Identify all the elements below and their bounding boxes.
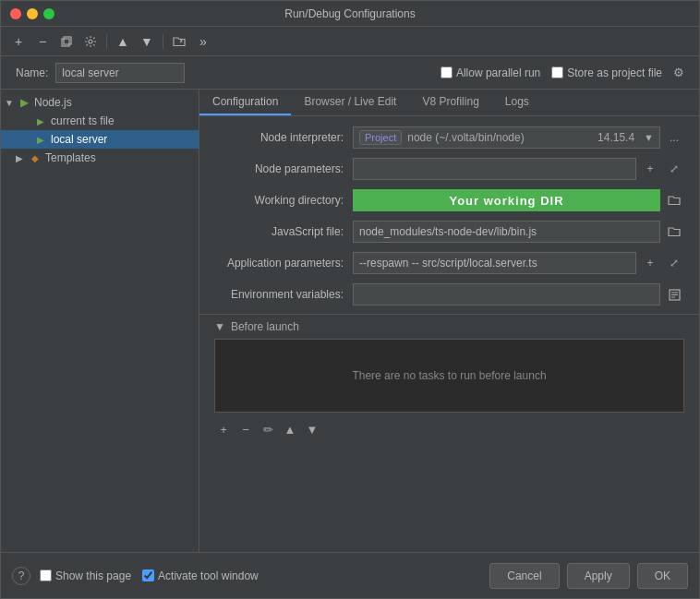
working-directory-input[interactable] [353,189,660,211]
working-dir-browse-button[interactable] [664,190,684,210]
sidebar-nodejs-group[interactable]: ▼ ▶ Node.js [1,93,199,112]
allow-parallel-checkbox[interactable] [441,66,453,78]
templates-icon: ◆ [29,151,42,164]
svg-point-2 [89,40,92,43]
right-panel: Configuration Browser / Live Edit V8 Pro… [199,90,699,552]
node-interpreter-value: Project node (~/.volta/bin/node) 14.15.4… [353,126,684,149]
footer-options: Show this page Activate tool window [40,569,259,582]
app-params-expand-button[interactable]: ⤢ [664,253,684,273]
svg-rect-0 [62,39,69,46]
settings-config-button[interactable] [80,31,101,52]
sidebar-item-current-ts[interactable]: ▶ current ts file [1,112,199,130]
node-parameters-row: Node parameters: + ⤢ [214,157,684,181]
folder-icon [668,195,681,206]
application-parameters-input[interactable] [353,252,636,274]
application-parameters-label: Application parameters: [214,257,353,270]
move-down-button[interactable]: ▼ [137,31,157,52]
name-row: Name: Allow parallel run Store as projec… [1,56,699,90]
nodejs-icon: ▶ [18,96,30,109]
environment-variables-input[interactable] [353,283,660,305]
activate-tool-window-label[interactable]: Activate tool window [142,569,259,582]
working-directory-row: Working directory: [214,188,684,212]
svg-rect-1 [64,37,71,44]
before-launch-edit-button[interactable]: ✏ [259,420,277,438]
minimize-button[interactable] [27,8,38,19]
move-to-folder-button[interactable] [169,31,189,52]
env-vars-edit-button[interactable] [664,284,684,305]
node-interpreter-label: Node interpreter: [214,131,353,144]
before-launch-title: Before launch [231,320,299,333]
name-input[interactable] [55,63,185,83]
environment-variables-row: Environment variables: [214,282,684,306]
before-launch-toolbar: + − ✏ ▲ ▼ [214,418,684,440]
javascript-file-input[interactable] [353,221,660,243]
allow-parallel-label[interactable]: Allow parallel run [441,66,540,79]
node-params-add-button[interactable]: + [640,159,660,179]
window-controls [10,8,54,19]
before-launch-up-button[interactable]: ▲ [281,420,299,438]
close-button[interactable] [10,8,21,19]
main-content: ▼ ▶ Node.js ▶ current ts file ▶ local se… [1,90,699,552]
tab-v8-profiling[interactable]: V8 Profiling [409,90,491,115]
store-as-project-label[interactable]: Store as project file [551,66,662,79]
title-bar: Run/Debug Configurations [1,1,699,27]
settings-icon [84,35,97,48]
config-area: Node interpreter: Project node (~/.volta… [199,116,699,552]
move-up-button[interactable]: ▲ [113,31,133,52]
working-directory-value [353,189,684,211]
before-launch-header: ▼ Before launch [214,320,684,333]
activate-tool-window-checkbox[interactable] [142,569,154,581]
sidebar-templates-group[interactable]: ▶ ◆ Templates [1,149,199,167]
node-parameters-input[interactable] [353,158,636,180]
interpreter-more-button[interactable]: ... [664,127,684,148]
footer: ? Show this page Activate tool window Ca… [1,552,699,598]
before-launch-add-button[interactable]: + [214,420,233,438]
app-params-add-button[interactable]: + [640,253,660,273]
env-edit-icon [669,289,681,301]
show-page-label[interactable]: Show this page [40,569,131,582]
tab-browser-live-edit[interactable]: Browser / Live Edit [291,90,409,115]
store-as-project-checkbox[interactable] [551,66,563,78]
separator-2 [163,34,163,49]
help-button[interactable]: ? [12,567,30,585]
server-icon: ▶ [34,133,47,146]
remove-config-button[interactable]: − [32,31,53,52]
sidebar-templates-label: Templates [45,151,96,164]
store-gear-icon[interactable]: ⚙ [673,66,684,79]
maximize-button[interactable] [43,8,54,19]
copy-config-button[interactable] [56,31,77,52]
environment-variables-value [353,283,684,305]
separator-1 [106,34,107,49]
expand-arrow-icon: ▼ [5,98,14,108]
name-label: Name: [16,66,48,79]
file-icon: ▶ [34,114,47,127]
application-parameters-row: Application parameters: + ⤢ [214,251,684,275]
apply-button[interactable]: Apply [567,563,630,589]
interpreter-dropdown-icon: ▼ [644,132,654,143]
javascript-file-browse-button[interactable] [664,222,684,242]
tab-configuration[interactable]: Configuration [199,90,291,115]
application-parameters-value: + ⤢ [353,252,684,274]
before-launch-body: There are no tasks to run before launch [214,339,684,413]
cancel-button[interactable]: Cancel [489,563,559,589]
before-launch-section: ▼ Before launch There are no tasks to ru… [199,314,699,446]
node-parameters-label: Node parameters: [214,162,353,175]
sidebar-item-local-server[interactable]: ▶ local server [1,130,199,149]
node-parameters-value: + ⤢ [353,158,684,180]
footer-buttons: Cancel Apply OK [489,563,688,589]
tab-logs[interactable]: Logs [492,90,542,115]
more-button[interactable]: » [193,31,213,52]
before-launch-down-button[interactable]: ▼ [303,420,321,438]
add-config-button[interactable]: + [8,31,29,52]
before-launch-arrow-icon: ▼ [214,320,225,333]
node-params-expand-button[interactable]: ⤢ [664,159,684,179]
name-options: Allow parallel run Store as project file… [441,66,684,79]
interpreter-path: node (~/.volta/bin/node) [407,131,524,144]
window-title: Run/Debug Configurations [284,7,415,20]
folder-open-icon [668,226,681,237]
before-launch-remove-button[interactable]: − [236,420,255,438]
show-page-checkbox[interactable] [40,569,52,581]
ok-button[interactable]: OK [637,563,688,589]
javascript-file-value [353,221,684,243]
tabs: Configuration Browser / Live Edit V8 Pro… [199,90,699,116]
